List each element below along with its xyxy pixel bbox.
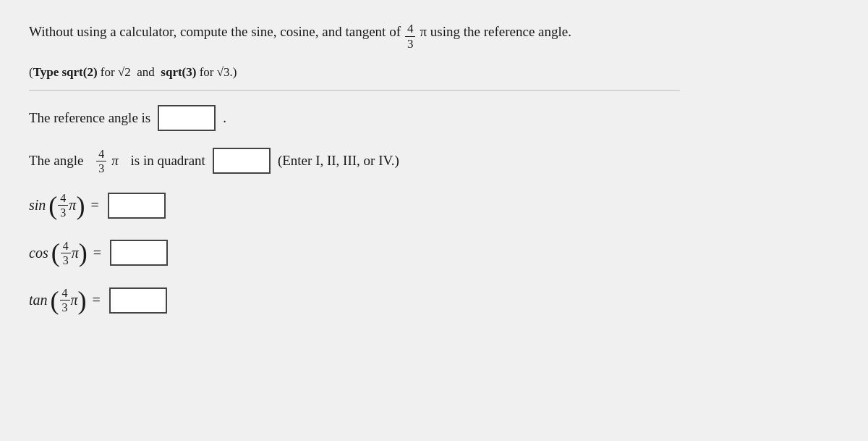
sin-left-paren: (	[48, 193, 57, 219]
cos-label: cos	[29, 245, 48, 261]
tan-left-paren: (	[51, 287, 59, 314]
sqrt3-under: 3	[224, 65, 230, 79]
reference-angle-row: The reference angle is .	[29, 105, 680, 131]
type-hint-type: Type	[33, 65, 59, 79]
type-hint: (Type sqrt(2) for √2 and sqrt(3) for √3.…	[29, 65, 680, 91]
cos-left-paren: (	[51, 240, 60, 266]
sin-equals: =	[90, 197, 98, 214]
reference-angle-input[interactable]	[158, 105, 216, 131]
header-suffix: π using the reference angle.	[420, 22, 571, 43]
sin-input[interactable]	[108, 193, 166, 219]
sin-row: sin ( 4 3 π ) =	[29, 191, 680, 219]
cos-fraction: 4 3	[61, 239, 71, 267]
tan-pi: π	[71, 292, 78, 308]
header-fraction: 4 3	[405, 22, 416, 52]
quadrant-input[interactable]	[213, 148, 271, 174]
cos-row: cos ( 4 3 π ) =	[29, 239, 680, 267]
tan-input[interactable]	[109, 287, 167, 314]
quadrant-row: The angle 4 3 π is in quadrant (Enter I,…	[29, 147, 680, 175]
quadrant-fraction: 4 3	[96, 147, 106, 175]
sin-label: sin	[29, 197, 46, 214]
tan-right-paren: )	[78, 287, 87, 314]
cos-equals: =	[93, 245, 101, 261]
quadrant-label-2: is in quadrant	[130, 153, 205, 169]
tan-label: tan	[29, 292, 48, 308]
quadrant-hint: (Enter I, II, III, or IV.)	[278, 153, 399, 169]
sqrt3-typed: sqrt(3)	[161, 65, 196, 79]
main-content: Without using a calculator, compute the …	[29, 22, 680, 333]
reference-angle-dot: .	[223, 110, 226, 126]
cos-right-paren: )	[79, 240, 88, 266]
quadrant-pi: π	[111, 153, 119, 169]
header-prefix: Without using a calculator, compute the …	[29, 22, 401, 43]
sqrt2-under: 2	[124, 65, 131, 79]
cos-pi: π	[72, 245, 79, 261]
tan-fraction: 4 3	[60, 286, 70, 314]
quadrant-label-1: The angle	[29, 153, 83, 169]
sin-fraction: 4 3	[58, 191, 68, 219]
sin-right-paren: )	[76, 193, 85, 219]
sqrt2-typed: sqrt(2)	[62, 65, 98, 79]
cos-input[interactable]	[110, 240, 168, 266]
question-header: Without using a calculator, compute the …	[29, 22, 680, 52]
sin-pi: π	[69, 197, 76, 214]
reference-angle-label: The reference angle is	[29, 110, 150, 126]
tan-equals: =	[93, 292, 101, 308]
tan-row: tan ( 4 3 π ) =	[29, 286, 680, 314]
